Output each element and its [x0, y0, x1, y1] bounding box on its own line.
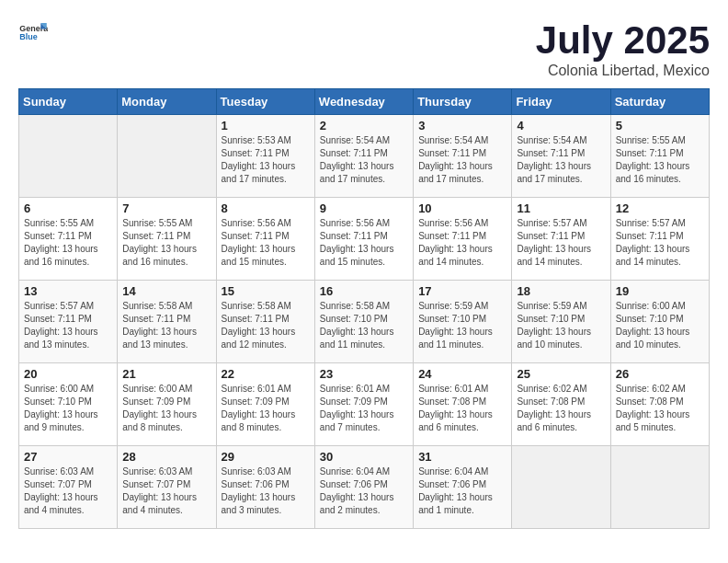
day-cell: 26Sunrise: 6:02 AM Sunset: 7:08 PM Dayli…: [610, 363, 709, 446]
day-cell: 13Sunrise: 5:57 AM Sunset: 7:11 PM Dayli…: [19, 281, 118, 363]
day-number: 2: [320, 119, 408, 132]
weekday-header-sunday: Sunday: [19, 89, 118, 115]
day-info: Sunrise: 6:00 AM Sunset: 7:10 PM Dayligh…: [616, 300, 704, 351]
weekday-header-saturday: Saturday: [610, 89, 709, 115]
week-row-4: 20Sunrise: 6:00 AM Sunset: 7:10 PM Dayli…: [19, 363, 710, 446]
day-info: Sunrise: 6:04 AM Sunset: 7:06 PM Dayligh…: [418, 465, 506, 517]
weekday-header-friday: Friday: [512, 89, 610, 115]
day-number: 18: [517, 284, 605, 298]
day-cell: [610, 446, 709, 529]
location-title: Colonia Libertad, Mexico: [536, 63, 710, 79]
svg-text:Blue: Blue: [19, 32, 37, 41]
day-number: 29: [222, 450, 310, 464]
day-cell: 10Sunrise: 5:56 AM Sunset: 7:11 PM Dayli…: [414, 198, 512, 281]
logo: General Blue: [18, 18, 48, 48]
day-cell: 27Sunrise: 6:03 AM Sunset: 7:07 PM Dayli…: [19, 446, 118, 529]
day-info: Sunrise: 6:01 AM Sunset: 7:08 PM Dayligh…: [418, 383, 506, 434]
day-number: 5: [616, 119, 704, 132]
day-info: Sunrise: 6:02 AM Sunset: 7:08 PM Dayligh…: [517, 383, 605, 434]
day-number: 12: [616, 201, 704, 215]
day-cell: 8Sunrise: 5:56 AM Sunset: 7:11 PM Daylig…: [216, 198, 314, 281]
day-cell: 2Sunrise: 5:54 AM Sunset: 7:11 PM Daylig…: [314, 115, 413, 198]
day-info: Sunrise: 5:56 AM Sunset: 7:11 PM Dayligh…: [418, 217, 506, 269]
day-cell: 20Sunrise: 6:00 AM Sunset: 7:10 PM Dayli…: [19, 363, 118, 446]
day-number: 31: [418, 450, 506, 464]
day-number: 8: [222, 201, 310, 215]
day-number: 6: [24, 201, 112, 215]
day-info: Sunrise: 5:58 AM Sunset: 7:11 PM Dayligh…: [222, 300, 310, 351]
day-number: 17: [418, 284, 506, 298]
day-info: Sunrise: 5:53 AM Sunset: 7:11 PM Dayligh…: [222, 134, 310, 186]
day-number: 28: [122, 450, 210, 464]
day-info: Sunrise: 5:57 AM Sunset: 7:11 PM Dayligh…: [616, 217, 704, 269]
calendar-table: SundayMondayTuesdayWednesdayThursdayFrid…: [18, 88, 710, 529]
day-info: Sunrise: 6:03 AM Sunset: 7:07 PM Dayligh…: [122, 465, 210, 517]
day-number: 25: [517, 367, 605, 381]
day-info: Sunrise: 5:59 AM Sunset: 7:10 PM Dayligh…: [418, 300, 506, 351]
day-info: Sunrise: 5:54 AM Sunset: 7:11 PM Dayligh…: [320, 134, 408, 186]
day-cell: 22Sunrise: 6:01 AM Sunset: 7:09 PM Dayli…: [216, 363, 314, 446]
day-info: Sunrise: 6:02 AM Sunset: 7:08 PM Dayligh…: [616, 383, 704, 434]
day-cell: 3Sunrise: 5:54 AM Sunset: 7:11 PM Daylig…: [414, 115, 512, 198]
day-number: 9: [320, 201, 408, 215]
day-cell: 23Sunrise: 6:01 AM Sunset: 7:09 PM Dayli…: [314, 363, 413, 446]
day-cell: 11Sunrise: 5:57 AM Sunset: 7:11 PM Dayli…: [512, 198, 610, 281]
day-cell: 6Sunrise: 5:55 AM Sunset: 7:11 PM Daylig…: [19, 198, 118, 281]
day-info: Sunrise: 5:57 AM Sunset: 7:11 PM Dayligh…: [24, 300, 112, 351]
day-info: Sunrise: 5:55 AM Sunset: 7:11 PM Dayligh…: [24, 217, 112, 269]
day-number: 22: [222, 367, 310, 381]
day-info: Sunrise: 6:03 AM Sunset: 7:07 PM Dayligh…: [24, 465, 112, 517]
day-cell: 28Sunrise: 6:03 AM Sunset: 7:07 PM Dayli…: [118, 446, 216, 529]
day-number: 21: [122, 367, 210, 381]
title-block: July 2025 Colonia Libertad, Mexico: [536, 18, 710, 79]
week-row-2: 6Sunrise: 5:55 AM Sunset: 7:11 PM Daylig…: [19, 198, 710, 281]
day-info: Sunrise: 5:58 AM Sunset: 7:11 PM Dayligh…: [122, 300, 210, 351]
weekday-header-tuesday: Tuesday: [216, 89, 314, 115]
day-cell: 14Sunrise: 5:58 AM Sunset: 7:11 PM Dayli…: [118, 281, 216, 363]
day-number: 15: [222, 284, 310, 298]
day-cell: 4Sunrise: 5:54 AM Sunset: 7:11 PM Daylig…: [512, 115, 610, 198]
day-number: 13: [24, 284, 112, 298]
day-cell: 31Sunrise: 6:04 AM Sunset: 7:06 PM Dayli…: [414, 446, 512, 529]
day-number: 14: [122, 284, 210, 298]
day-number: 11: [517, 201, 605, 215]
week-row-3: 13Sunrise: 5:57 AM Sunset: 7:11 PM Dayli…: [19, 281, 710, 363]
day-number: 24: [418, 367, 506, 381]
day-cell: 18Sunrise: 5:59 AM Sunset: 7:10 PM Dayli…: [512, 281, 610, 363]
month-title: July 2025: [536, 18, 710, 63]
day-info: Sunrise: 6:03 AM Sunset: 7:06 PM Dayligh…: [222, 465, 310, 517]
day-info: Sunrise: 5:56 AM Sunset: 7:11 PM Dayligh…: [320, 217, 408, 269]
day-number: 26: [616, 367, 704, 381]
day-cell: 15Sunrise: 5:58 AM Sunset: 7:11 PM Dayli…: [216, 281, 314, 363]
day-cell: [512, 446, 610, 529]
logo-icon: General Blue: [18, 18, 48, 48]
page-header: General Blue July 2025 Colonia Libertad,…: [18, 18, 710, 79]
day-info: Sunrise: 5:58 AM Sunset: 7:10 PM Dayligh…: [320, 300, 408, 351]
day-cell: 25Sunrise: 6:02 AM Sunset: 7:08 PM Dayli…: [512, 363, 610, 446]
day-info: Sunrise: 5:55 AM Sunset: 7:11 PM Dayligh…: [122, 217, 210, 269]
day-number: 1: [222, 119, 310, 132]
day-cell: 1Sunrise: 5:53 AM Sunset: 7:11 PM Daylig…: [216, 115, 314, 198]
day-number: 20: [24, 367, 112, 381]
day-cell: 29Sunrise: 6:03 AM Sunset: 7:06 PM Dayli…: [216, 446, 314, 529]
day-cell: 17Sunrise: 5:59 AM Sunset: 7:10 PM Dayli…: [414, 281, 512, 363]
day-cell: 16Sunrise: 5:58 AM Sunset: 7:10 PM Dayli…: [314, 281, 413, 363]
weekday-header-monday: Monday: [118, 89, 216, 115]
day-number: 16: [320, 284, 408, 298]
day-cell: 19Sunrise: 6:00 AM Sunset: 7:10 PM Dayli…: [610, 281, 709, 363]
day-cell: [19, 115, 118, 198]
day-info: Sunrise: 5:59 AM Sunset: 7:10 PM Dayligh…: [517, 300, 605, 351]
day-info: Sunrise: 6:01 AM Sunset: 7:09 PM Dayligh…: [320, 383, 408, 434]
day-cell: 9Sunrise: 5:56 AM Sunset: 7:11 PM Daylig…: [314, 198, 413, 281]
day-number: 4: [517, 119, 605, 132]
day-number: 10: [418, 201, 506, 215]
day-number: 7: [122, 201, 210, 215]
day-info: Sunrise: 6:00 AM Sunset: 7:10 PM Dayligh…: [24, 383, 112, 434]
day-info: Sunrise: 6:00 AM Sunset: 7:09 PM Dayligh…: [122, 383, 210, 434]
day-cell: 12Sunrise: 5:57 AM Sunset: 7:11 PM Dayli…: [610, 198, 709, 281]
week-row-5: 27Sunrise: 6:03 AM Sunset: 7:07 PM Dayli…: [19, 446, 710, 529]
day-cell: 7Sunrise: 5:55 AM Sunset: 7:11 PM Daylig…: [118, 198, 216, 281]
day-number: 3: [418, 119, 506, 132]
day-cell: 24Sunrise: 6:01 AM Sunset: 7:08 PM Dayli…: [414, 363, 512, 446]
day-info: Sunrise: 6:04 AM Sunset: 7:06 PM Dayligh…: [320, 465, 408, 517]
